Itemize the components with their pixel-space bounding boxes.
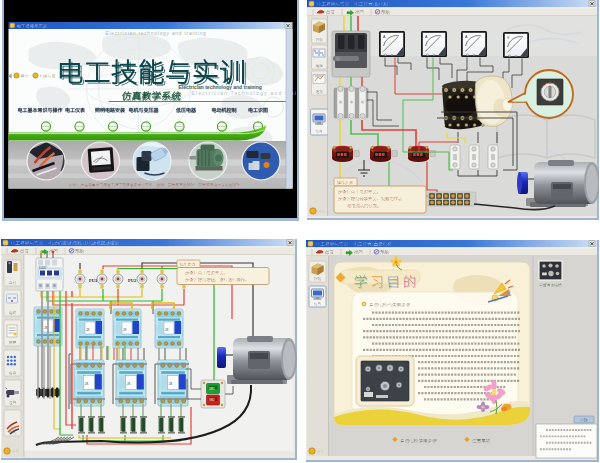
svg-text:Electrician Technology and: Electrician Technology and training xyxy=(192,91,300,96)
svg-text:SB2: SB2 xyxy=(209,398,215,402)
svg-text:FU2: FU2 xyxy=(128,278,137,283)
svg-text:DZ47: DZ47 xyxy=(39,266,47,270)
svg-text:Electrician technology and tra: Electrician technology and training xyxy=(179,84,262,90)
svg-text:Electrician technology and tra: Electrician technology and training xyxy=(106,31,207,36)
svg-text:SB1: SB1 xyxy=(209,387,215,391)
svg-text:FU1: FU1 xyxy=(89,278,98,283)
